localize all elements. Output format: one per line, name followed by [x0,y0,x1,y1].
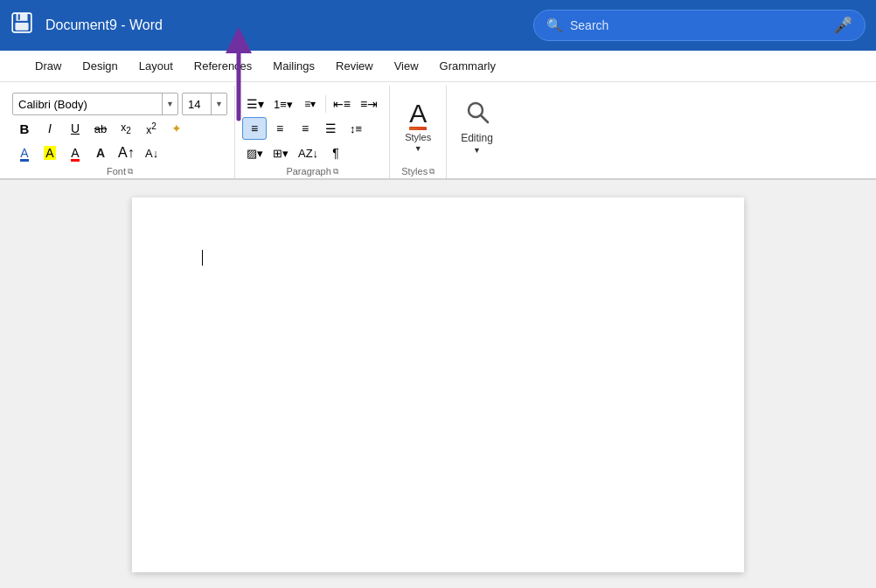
justify-icon: ☰ [325,121,337,135]
font-section-label: Font [107,166,126,176]
strikethrough-icon: ab [94,122,107,135]
shading-icon: ▨▾ [247,147,263,160]
shrink-font-icon: A↓ [145,147,158,160]
show-formatting-button[interactable]: ¶ [323,142,348,164]
document-page[interactable] [132,197,744,572]
menu-item-view[interactable]: View [384,51,429,81]
styles-button[interactable]: A Styles ▼ [397,98,439,156]
styles-dropdown-icon: ▼ [414,144,422,153]
align-center-button[interactable]: ≡ [268,117,292,140]
menu-item-grammarly[interactable]: Grammarly [429,51,506,81]
shading-button[interactable]: ▨▾ [242,142,268,164]
font-name-arrow-icon: ▼ [162,93,177,114]
editing-dropdown-icon: ▼ [473,146,481,155]
underline-button[interactable]: U [63,117,87,140]
format-painter-icon: ✦ [171,121,182,135]
sort-button[interactable]: AZ↓ [294,142,323,164]
multilevel-list-button[interactable]: ≡▾ [298,93,323,115]
title-bar: Document9 - Word 🔍 🎤 [0,0,876,51]
text-effects-icon: A [96,146,105,160]
save-icon[interactable] [10,11,33,39]
font-color-button[interactable]: A [12,142,37,164]
menu-item-references[interactable]: References [184,51,262,81]
menu-bar: Draw Design Layout References Mailings R… [0,51,876,82]
document-title: Document9 - Word [45,17,163,33]
italic-button[interactable]: I [38,117,62,140]
styles-expand-icon[interactable]: ⧉ [429,167,435,176]
styles-label: Styles [405,132,431,142]
decrease-indent-icon: ⇤≡ [333,97,351,111]
svg-line-7 [481,115,488,122]
mic-icon[interactable]: 🎤 [833,16,852,35]
line-spacing-button[interactable]: ↕≡ [344,117,368,140]
bullet-list-button[interactable]: ☰▾ [242,93,268,115]
paragraph-expand-icon[interactable]: ⧉ [333,167,338,176]
font-color2-icon: A [71,146,79,160]
font-color-icon: A [20,146,28,160]
bold-button[interactable]: B [12,117,37,140]
italic-icon: I [48,121,52,135]
text-highlight-icon: A [44,146,55,160]
grow-font-icon: A↑ [118,145,135,161]
styles-section-label: Styles [401,166,428,176]
text-highlight-button[interactable]: A [38,142,62,164]
numbered-list-icon: 1≡▾ [274,98,293,111]
underline-icon: U [71,121,80,135]
search-icon: 🔍 [546,17,563,33]
strikethrough-button[interactable]: ab [88,117,113,140]
menu-item-review[interactable]: Review [325,51,384,81]
format-painter-button[interactable]: ✦ [164,117,189,140]
subscript-button[interactable]: x2 [114,117,138,140]
decrease-indent-button[interactable]: ⇤≡ [329,93,355,115]
text-effects-button[interactable]: A [88,142,113,164]
justify-button[interactable]: ☰ [318,117,343,140]
font-name-dropdown[interactable]: Calibri (Body) ▼ [12,93,178,115]
ribbon-container: Calibri (Body) ▼ 14 ▼ B [0,82,876,180]
menu-item-file[interactable] [3,51,24,81]
paragraph-section-label: Paragraph [286,166,330,176]
grow-font-button[interactable]: A↑ [114,142,139,164]
menu-item-layout[interactable]: Layout [129,51,184,81]
svg-rect-1 [17,13,28,21]
align-right-icon: ≡ [302,121,309,135]
subscript-icon: x2 [121,121,131,135]
increase-indent-icon: ≡⇥ [360,97,378,111]
numbered-list-button[interactable]: 1≡▾ [269,93,297,115]
superscript-icon: x2 [146,121,156,136]
menu-item-design[interactable]: Design [72,51,128,81]
align-left-button[interactable]: ≡ [242,117,267,140]
menu-item-draw[interactable]: Draw [24,51,72,81]
search-bar[interactable]: 🔍 🎤 [533,10,866,41]
multilevel-list-icon: ≡▾ [304,98,316,110]
align-right-button[interactable]: ≡ [293,117,317,140]
font-expand-icon[interactable]: ⧉ [128,167,133,176]
superscript-button[interactable]: x2 [139,117,163,140]
editing-label: Editing [461,132,493,144]
styles-section: A Styles ▼ Styles ⧉ [390,86,447,178]
ribbon: Calibri (Body) ▼ 14 ▼ B [0,82,876,180]
menu-item-mailings[interactable]: Mailings [262,51,325,81]
svg-rect-2 [18,14,20,20]
show-formatting-icon: ¶ [332,146,339,160]
editing-button[interactable]: Editing ▼ [454,97,500,157]
font-size-arrow-icon: ▼ [211,93,226,114]
document-area[interactable] [0,180,876,588]
align-center-icon: ≡ [276,121,283,135]
borders-icon: ⊞▾ [273,147,289,160]
svg-rect-3 [15,23,28,31]
bullet-list-icon: ☰▾ [247,97,264,111]
styles-a-icon: A [409,100,427,130]
search-input[interactable] [570,18,826,32]
bold-icon: B [20,121,30,136]
borders-button[interactable]: ⊞▾ [268,142,293,164]
line-spacing-icon: ↕≡ [350,122,362,135]
editing-search-icon [465,100,490,130]
font-size-dropdown[interactable]: 14 ▼ [182,93,227,115]
shrink-font-button[interactable]: A↓ [140,142,164,164]
editing-section: Editing ▼ _ [447,86,507,178]
font-size-value: 14 [183,96,211,113]
font-name-value: Calibri (Body) [13,96,162,113]
increase-indent-button[interactable]: ≡⇥ [356,93,382,115]
font-color2-button[interactable]: A [63,142,87,164]
text-cursor [202,250,203,266]
